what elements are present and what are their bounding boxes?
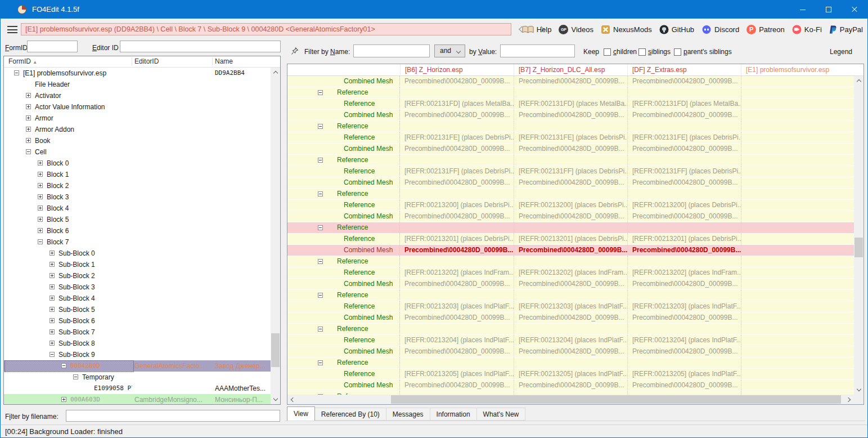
expand-icon[interactable] [38,183,43,188]
expand-icon[interactable] [50,318,55,323]
tree-row[interactable]: Block 4 [4,203,272,214]
plugin-value-cell[interactable] [627,155,741,166]
plugin-value-cell[interactable] [741,222,854,234]
plugin-value-cell[interactable]: Precombined\0004280D_00099B... [400,211,514,222]
plugin-value-cell[interactable] [400,222,514,234]
plugin-value-cell[interactable]: Precombined\0004280D_00099B... [400,279,514,290]
scrollbar-thumb[interactable] [854,238,863,257]
plugin-value-cell[interactable] [514,222,627,234]
plugin-value-cell[interactable] [741,380,854,391]
plugin-value-cell[interactable] [741,177,854,189]
menu-button[interactable] [7,26,17,33]
scroll-up-button[interactable] [271,68,280,77]
plugin-value-cell[interactable] [400,121,514,132]
scrollbar-thumb[interactable] [391,395,841,404]
plugin-value-cell[interactable] [627,222,741,234]
expand-icon[interactable] [26,115,31,120]
tree-row[interactable]: Armor Addon [4,124,272,135]
collapse-icon[interactable] [73,374,78,379]
plugin-value-cell[interactable]: [REFR:00213200] (places DebrisPi... [400,200,514,211]
checkbox-icon[interactable] [674,48,681,56]
checkbox-parents-siblings[interactable]: parent's siblings [674,48,732,56]
scroll-up-button[interactable] [854,76,863,86]
collapse-icon[interactable] [318,158,323,163]
plugin-value-cell[interactable] [741,121,854,132]
expand-icon[interactable] [50,273,55,278]
tree-row[interactable]: Block 2 [4,180,272,191]
grid-horizontal-scrollbar[interactable] [287,395,854,404]
toolbar-link-github[interactable]: GitHub [659,25,694,34]
plugin-value-cell[interactable]: [REFR:002131FE] (places DebrisPi... [400,132,514,144]
scrollbar-thumb[interactable] [271,333,280,367]
plugin-value-cell[interactable]: [REFR:00213202] (places IndFram... [400,267,514,279]
tree-vertical-scrollbar[interactable] [271,68,280,404]
plugin-value-cell[interactable]: [REFR:002131FD] (places MetalBa... [627,99,741,110]
expand-icon[interactable] [50,307,55,312]
toolbar-link-nexusmods[interactable]: NexusMods [601,25,652,34]
collapse-icon[interactable] [61,363,66,368]
collapse-icon[interactable] [318,225,323,230]
grid-record-row[interactable]: Combined MeshPrecombined\0004280D_00099B… [287,279,854,290]
tree-row[interactable]: Block 1 [4,169,272,180]
expand-icon[interactable] [26,104,31,109]
plugin-value-cell[interactable]: Precombined\0004280D_00099B... [514,380,627,391]
plugin-value-cell[interactable]: Precombined\0004280D_00099B... [627,144,741,155]
expand-icon[interactable] [50,341,55,346]
plugin-value-cell[interactable]: [REFR:00213201] (places DebrisPi... [400,234,514,245]
plugin-value-cell[interactable] [741,234,854,245]
plugin-value-cell[interactable]: Precombined\0004280D_00099B... [627,346,741,357]
checkbox-siblings[interactable]: siblings [638,48,671,56]
plugin-value-cell[interactable] [741,76,854,87]
plugin-value-cell[interactable] [400,324,514,335]
tab-messages[interactable]: Messages [386,408,430,421]
expand-icon[interactable] [61,397,66,402]
tree-row[interactable]: Sub-Block 8 [4,338,272,349]
grid-vertical-scrollbar[interactable] [854,76,863,395]
plugin-value-cell[interactable]: [REFR:00213205] (places IndPlatF... [627,369,741,380]
plugin-value-cell[interactable] [400,256,514,267]
plugin-value-cell[interactable] [741,166,854,177]
expand-icon[interactable] [38,160,43,166]
tree-row[interactable]: Temporary [4,372,272,383]
grid-group-row[interactable]: Reference [287,87,854,99]
plugin-value-cell[interactable] [741,256,854,267]
plugin-value-cell[interactable]: [REFR:00213202] (places IndFram... [514,267,627,279]
grid-record-row[interactable]: Reference[REFR:002131FF] (places DebrisP… [287,166,854,177]
plugin-value-cell[interactable] [514,121,627,132]
grid-group-row[interactable]: Reference [287,121,854,132]
toolbar-link-help[interactable]: Help [522,25,552,34]
expand-icon[interactable] [26,93,31,98]
grid-record-row[interactable]: Combined MeshPrecombined\0004280D_00099B… [287,110,854,121]
plugin-value-cell[interactable] [400,155,514,166]
expand-icon[interactable] [50,251,55,256]
tree-row[interactable]: Sub-Block 1 [4,259,272,270]
plugin-value-cell[interactable]: [REFR:00213204] (places IndPlatF... [400,335,514,346]
tree-row[interactable]: Actor Value Information [4,101,272,113]
collapse-icon[interactable] [318,360,323,365]
plugin-value-cell[interactable] [741,290,854,301]
tree-row[interactable]: Cell [4,146,272,158]
plugin-value-cell[interactable] [741,324,854,335]
tab-information[interactable]: Information [430,408,477,421]
plugin-column-header[interactable]: [E1] problemsofsurvivor.esp [741,64,854,75]
grid-group-row[interactable]: Reference [287,290,854,301]
tree-row[interactable]: Block 0 [4,158,272,169]
collapse-icon[interactable] [318,327,323,332]
tree-row[interactable]: Sub-Block 9 [4,349,272,360]
plugin-value-cell[interactable] [741,155,854,166]
tree-row[interactable]: Block 3 [4,191,272,203]
tree-row[interactable]: Sub-Block 2 [4,270,272,281]
collapse-icon[interactable] [318,293,323,298]
plugin-value-cell[interactable] [741,279,854,290]
grid-record-row[interactable]: Reference[REFR:00213202] (places IndFram… [287,267,854,279]
tab-whats-new[interactable]: What's New [477,408,526,421]
plugin-value-cell[interactable] [741,144,854,155]
tree-row[interactable]: Sub-Block 7 [4,327,272,338]
plugin-value-cell[interactable]: [REFR:00213202] (places IndFram... [627,267,741,279]
grid-group-row[interactable]: Reference [287,222,854,234]
tree-row[interactable]: [E1] problemsofsurvivor.espDD9A2BB4 [4,68,272,79]
maximize-button[interactable] [816,1,842,19]
checkbox-icon[interactable] [638,48,646,56]
plugin-value-cell[interactable] [627,189,741,200]
tree-row[interactable]: Block 5 [4,214,272,225]
